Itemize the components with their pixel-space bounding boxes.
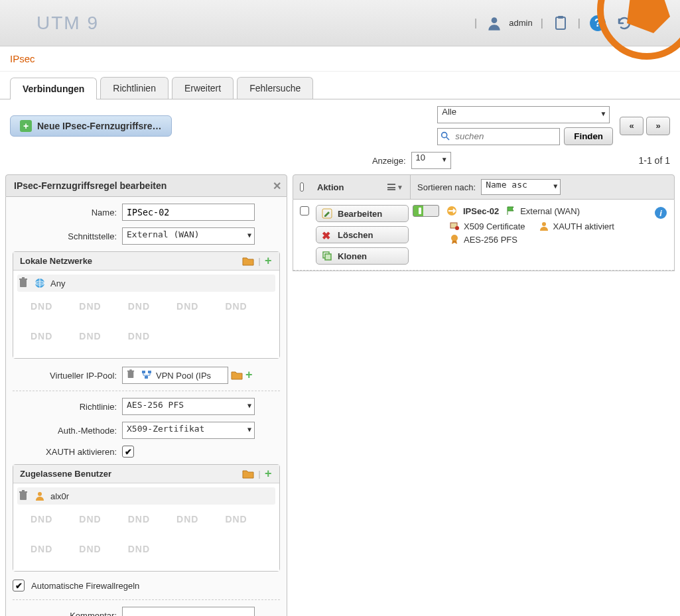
edit-icon: [322, 208, 332, 219]
add-network-icon[interactable]: +: [265, 256, 275, 267]
user-icon: [34, 491, 45, 501]
sort-value: Name asc: [486, 180, 527, 190]
display-value: 10: [416, 153, 425, 162]
interface-label: Schnittstelle:: [13, 231, 122, 241]
tab-policies[interactable]: Richtlinien: [100, 77, 169, 99]
delete-button[interactable]: ✖ Löschen: [316, 226, 409, 243]
vip-pool-label: Virtueller IP-Pool:: [13, 371, 122, 381]
new-rule-label: Neue IPsec-Fernzugriffsre…: [37, 121, 162, 131]
svg-marker-14: [627, 0, 670, 33]
svg-point-0: [492, 17, 498, 23]
filter-value: Alle: [442, 107, 456, 117]
filter-select[interactable]: Alle: [437, 106, 610, 123]
separator: |: [474, 17, 477, 29]
vip-pool-box[interactable]: VPN Pool (IPs: [122, 367, 228, 384]
tab-connections[interactable]: Verbindungen: [10, 78, 97, 99]
row-checkbox[interactable]: [300, 206, 309, 216]
search-input[interactable]: [437, 128, 560, 145]
local-networks-box: Lokale Netzwerke | +: [13, 251, 280, 359]
sort-label: Sortieren nach:: [417, 182, 476, 192]
trash-icon[interactable]: [19, 277, 29, 289]
tunnel-icon: [446, 206, 456, 216]
xauth-checkbox[interactable]: [122, 446, 134, 458]
connection-name: IPSec-02: [463, 206, 499, 216]
svg-point-29: [542, 222, 546, 226]
dnd-drop-zone[interactable]: DNDDNDDNDDNDDNDDNDDNDDND: [17, 507, 275, 567]
next-page-button[interactable]: »: [646, 117, 670, 135]
brand-badge: [590, 0, 680, 66]
auth-method: X509 Certificate: [464, 221, 525, 231]
auth-method-label: Auth.-Methode:: [13, 426, 122, 436]
globe-icon: [34, 278, 45, 288]
user-icon: [485, 14, 504, 32]
svg-rect-20: [148, 371, 151, 373]
info-icon[interactable]: i: [654, 206, 665, 217]
separator: |: [541, 17, 543, 29]
prev-page-button[interactable]: «: [620, 117, 644, 135]
delete-icon: ✖: [322, 229, 332, 240]
username: admin: [509, 18, 532, 28]
trash-icon[interactable]: [127, 369, 137, 381]
add-user-icon[interactable]: +: [265, 469, 275, 479]
interface-select[interactable]: External (WAN): [122, 227, 255, 245]
vip-pool-value: VPN Pool (IPs: [156, 371, 211, 381]
clone-label: Klonen: [338, 251, 367, 261]
network-entry: Any: [17, 275, 275, 292]
comment-label: Kommentar:: [13, 611, 122, 617]
auth-method-value: X509-Zertifikat: [127, 424, 204, 434]
find-button[interactable]: Finden: [564, 127, 613, 145]
interface-name: External (WAN): [520, 206, 580, 216]
tab-advanced[interactable]: Erweitert: [172, 77, 234, 99]
svg-line-16: [446, 137, 449, 140]
close-icon[interactable]: ✕: [273, 180, 281, 192]
toolbar: + Neue IPsec-Fernzugriffsre… Alle Finden…: [0, 99, 680, 152]
bulk-action-menu[interactable]: ▼: [387, 184, 403, 191]
name-label: Name:: [13, 208, 122, 217]
comment-input[interactable]: [122, 607, 255, 616]
delete-label: Löschen: [338, 230, 373, 240]
list-item: Bearbeiten ✖ Löschen Klonen: [293, 200, 674, 271]
auto-fw-checkbox[interactable]: [13, 580, 25, 591]
page-info: 1-1 of 1: [639, 155, 670, 166]
svg-point-22: [38, 492, 42, 496]
list-header: Aktion ▼ Sortieren nach: Name asc: [293, 174, 675, 200]
trash-icon[interactable]: [19, 490, 29, 502]
auth-method-select[interactable]: X509-Zertifikat: [122, 422, 255, 439]
certificate-icon: [449, 221, 460, 231]
tab-debug[interactable]: Fehlersuche: [237, 77, 313, 99]
sort-select[interactable]: Name asc: [481, 179, 561, 195]
clone-button[interactable]: Klonen: [316, 247, 409, 265]
list-icon: [387, 184, 395, 190]
user-icon: [539, 221, 549, 231]
chevron-down-icon: ▼: [397, 184, 403, 191]
folder-icon[interactable]: [231, 371, 243, 380]
folder-icon[interactable]: [242, 257, 254, 266]
user-menu[interactable]: admin: [485, 14, 532, 32]
dnd-drop-zone[interactable]: DNDDNDDNDDNDDNDDNDDNDDND: [17, 294, 275, 354]
display-select[interactable]: 10: [411, 152, 451, 169]
policy-select[interactable]: AES-256 PFS: [122, 398, 255, 415]
svg-rect-25: [325, 254, 331, 260]
policy-name: AES-256 PFS: [464, 235, 517, 245]
action-header: Aktion: [317, 182, 344, 192]
logo: UTM 9: [36, 13, 99, 34]
add-pool-icon[interactable]: +: [245, 370, 256, 381]
clipboard-icon[interactable]: [551, 14, 570, 32]
folder-icon[interactable]: [242, 469, 254, 479]
svg-point-15: [442, 132, 447, 137]
svg-rect-21: [145, 376, 148, 379]
enable-toggle[interactable]: [413, 205, 439, 217]
svg-rect-1: [556, 17, 565, 29]
name-input[interactable]: [122, 204, 255, 221]
flag-icon: [506, 206, 516, 216]
xauth-label: XAUTH aktivieren:: [13, 447, 122, 457]
edit-panel-header: IPsec-Fernzugriffsregel bearbeiten ✕: [5, 174, 287, 197]
select-all-checkbox[interactable]: [300, 182, 304, 192]
clone-icon: [322, 251, 332, 261]
user-entry: alx0r: [17, 487, 275, 505]
edit-button[interactable]: Bearbeiten: [316, 205, 409, 222]
interface-value: External (WAN): [127, 229, 200, 239]
auto-fw-label: Automatische Firewallregeln: [31, 581, 139, 591]
new-rule-button[interactable]: + Neue IPsec-Fernzugriffsre…: [10, 115, 172, 137]
network-name: Any: [50, 278, 65, 288]
